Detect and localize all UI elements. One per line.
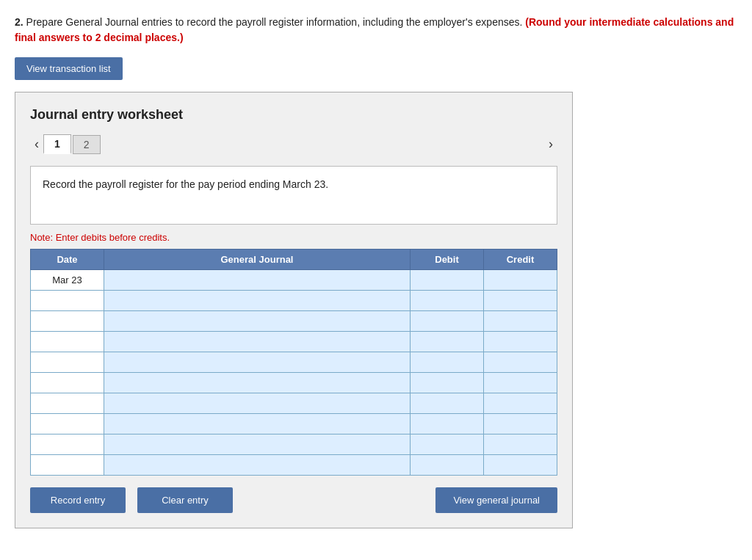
col-header-debit: Debit	[411, 250, 484, 270]
general-journal-input[interactable]	[104, 373, 410, 393]
credit-input[interactable]	[484, 414, 557, 434]
tab-2[interactable]: 2	[73, 135, 101, 154]
question-text: Prepare General Journal entries to recor…	[26, 16, 526, 28]
tabs-row: ‹ 1 2 ›	[30, 134, 557, 154]
debit-cell[interactable]	[411, 332, 484, 352]
description-text: Record the payroll register for the pay …	[43, 178, 328, 190]
date-cell	[31, 414, 104, 434]
view-transaction-button[interactable]: View transaction list	[15, 57, 123, 80]
general-journal-cell[interactable]	[104, 332, 411, 352]
debit-input[interactable]	[411, 352, 483, 372]
table-row	[31, 352, 557, 373]
general-journal-cell[interactable]	[104, 434, 411, 455]
date-cell	[31, 332, 104, 352]
general-journal-input[interactable]	[104, 434, 410, 454]
table-row	[31, 332, 557, 352]
table-row: Mar 23	[31, 270, 557, 291]
debit-cell[interactable]	[411, 270, 484, 291]
debit-input[interactable]	[411, 311, 483, 331]
credit-cell[interactable]	[484, 414, 557, 434]
credit-cell[interactable]	[484, 352, 557, 373]
question-number: 2.	[15, 16, 24, 28]
tab-prev-button[interactable]: ‹	[30, 137, 43, 152]
date-cell	[31, 455, 104, 476]
credit-cell[interactable]	[484, 270, 557, 291]
credit-cell[interactable]	[484, 455, 557, 476]
col-header-credit: Credit	[484, 250, 557, 270]
general-journal-input[interactable]	[104, 311, 410, 331]
credit-cell[interactable]	[484, 373, 557, 393]
clear-entry-button[interactable]: Clear entry	[137, 487, 233, 513]
view-general-journal-button[interactable]: View general journal	[435, 487, 557, 513]
debit-input[interactable]	[411, 414, 483, 434]
credit-cell[interactable]	[484, 434, 557, 455]
buttons-row: Record entry Clear entry View general jo…	[30, 487, 557, 513]
debit-input[interactable]	[411, 434, 483, 454]
debit-input[interactable]	[411, 373, 483, 393]
table-row	[31, 373, 557, 393]
debit-cell[interactable]	[411, 291, 484, 311]
credit-input[interactable]	[484, 311, 557, 331]
credit-input[interactable]	[484, 434, 557, 454]
question-header: 2. Prepare General Journal entries to re…	[15, 15, 737, 46]
credit-cell[interactable]	[484, 311, 557, 332]
credit-input[interactable]	[484, 332, 557, 352]
debit-input[interactable]	[411, 393, 483, 413]
credit-input[interactable]	[484, 291, 557, 310]
credit-cell[interactable]	[484, 332, 557, 352]
general-journal-cell[interactable]	[104, 311, 411, 332]
general-journal-input[interactable]	[104, 455, 410, 475]
date-cell: Mar 23	[31, 270, 104, 291]
debit-cell[interactable]	[411, 352, 484, 373]
date-cell	[31, 393, 104, 414]
table-row	[31, 291, 557, 311]
credit-input[interactable]	[484, 455, 557, 475]
general-journal-input[interactable]	[104, 332, 410, 352]
general-journal-cell[interactable]	[104, 352, 411, 373]
note-text: Note: Enter debits before credits.	[30, 232, 557, 243]
general-journal-cell[interactable]	[104, 455, 411, 476]
worksheet-title: Journal entry worksheet	[30, 107, 557, 123]
table-row	[31, 311, 557, 332]
general-journal-input[interactable]	[104, 270, 410, 290]
debit-cell[interactable]	[411, 373, 484, 393]
general-journal-cell[interactable]	[104, 414, 411, 434]
general-journal-input[interactable]	[104, 414, 410, 434]
general-journal-cell[interactable]	[104, 393, 411, 414]
journal-table: Date General Journal Debit Credit Mar 23	[30, 249, 557, 476]
credit-input[interactable]	[484, 270, 557, 290]
general-journal-input[interactable]	[104, 352, 410, 372]
general-journal-cell[interactable]	[104, 270, 411, 291]
credit-cell[interactable]	[484, 291, 557, 311]
debit-input[interactable]	[411, 270, 483, 290]
general-journal-cell[interactable]	[104, 291, 411, 311]
date-cell	[31, 352, 104, 373]
credit-cell[interactable]	[484, 393, 557, 414]
credit-input[interactable]	[484, 393, 557, 413]
debit-cell[interactable]	[411, 393, 484, 414]
col-header-general-journal: General Journal	[104, 250, 411, 270]
table-row	[31, 393, 557, 414]
debit-input[interactable]	[411, 455, 483, 475]
record-entry-button[interactable]: Record entry	[30, 487, 126, 513]
date-cell	[31, 311, 104, 332]
date-cell	[31, 373, 104, 393]
table-row	[31, 414, 557, 434]
general-journal-input[interactable]	[104, 291, 410, 310]
date-cell	[31, 291, 104, 311]
tab-1[interactable]: 1	[43, 134, 71, 154]
debit-input[interactable]	[411, 291, 483, 310]
debit-cell[interactable]	[411, 311, 484, 332]
debit-cell[interactable]	[411, 455, 484, 476]
credit-input[interactable]	[484, 373, 557, 393]
debit-cell[interactable]	[411, 434, 484, 455]
tab-next-button[interactable]: ›	[544, 137, 557, 152]
debit-input[interactable]	[411, 332, 483, 352]
debit-cell[interactable]	[411, 414, 484, 434]
general-journal-input[interactable]	[104, 393, 410, 413]
general-journal-cell[interactable]	[104, 373, 411, 393]
description-box: Record the payroll register for the pay …	[30, 166, 557, 225]
table-row	[31, 455, 557, 476]
worksheet-container: Journal entry worksheet ‹ 1 2 › Record t…	[15, 92, 573, 528]
credit-input[interactable]	[484, 352, 557, 372]
